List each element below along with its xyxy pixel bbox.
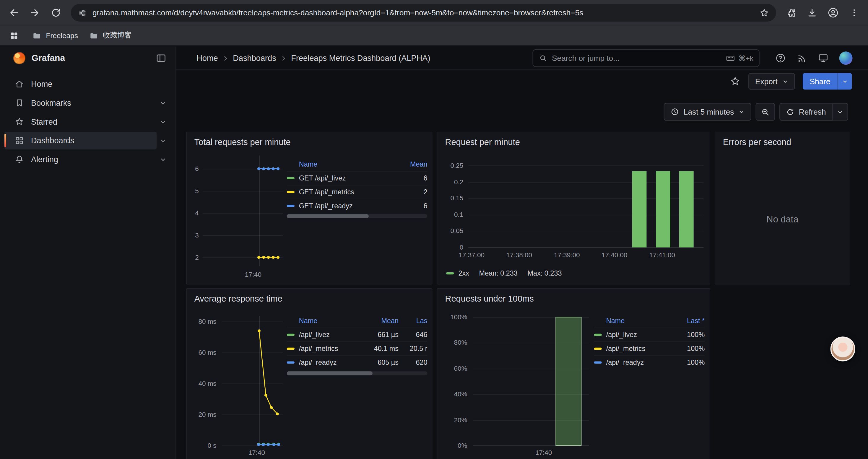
time-range-picker[interactable]: Last 5 minutes bbox=[663, 103, 751, 121]
sidebar-item-starred[interactable]: Starred bbox=[0, 112, 176, 131]
search-bar[interactable]: ⌘+k bbox=[533, 49, 760, 67]
favorite-dashboard-button[interactable] bbox=[730, 76, 741, 87]
legend-scrollbar[interactable] bbox=[287, 214, 428, 218]
chevron-down-icon[interactable] bbox=[159, 156, 167, 163]
legend-sort-mean[interactable]: Mean bbox=[363, 317, 399, 325]
legend-row: /api/_livez 100% bbox=[594, 328, 705, 341]
series-toggle[interactable]: /api/_readyz bbox=[594, 359, 672, 366]
chevron-down-icon[interactable] bbox=[159, 137, 167, 144]
y-tick: 5 bbox=[195, 187, 199, 195]
series-toggle[interactable]: 2xx bbox=[458, 270, 469, 277]
series-toggle[interactable]: /api/_readyz bbox=[287, 359, 363, 366]
series-toggle[interactable]: /api/_livez bbox=[287, 331, 363, 338]
bookmark-folder-freeleaps[interactable]: Freeleaps bbox=[27, 28, 84, 43]
legend-sort-mean[interactable]: Mean bbox=[394, 160, 427, 168]
y-tick: 0.2 bbox=[454, 178, 463, 186]
legend-sort-name[interactable]: Name bbox=[287, 160, 395, 168]
panel-title[interactable]: Requests under 100ms bbox=[437, 289, 710, 304]
refresh-interval-button[interactable] bbox=[833, 103, 848, 121]
clock-icon bbox=[670, 107, 679, 117]
sidebar-item-label: Bookmarks bbox=[31, 99, 71, 107]
series-mean: 40.1 ms bbox=[363, 345, 399, 352]
series-last: 20.5 r bbox=[399, 345, 427, 352]
x-tick: 17:37:00 bbox=[459, 251, 485, 259]
y-tick: 20% bbox=[454, 416, 467, 424]
series-toggle[interactable]: /api/_livez bbox=[594, 331, 672, 338]
time-controls: Last 5 minutes Refresh bbox=[663, 103, 848, 121]
share-split-button: Share bbox=[802, 73, 852, 90]
panel-title[interactable]: Total requests per minute bbox=[186, 132, 432, 147]
tv-mode-button[interactable] bbox=[817, 53, 829, 64]
forward-button[interactable] bbox=[25, 3, 44, 22]
back-button[interactable] bbox=[4, 3, 23, 22]
chevron-down-icon[interactable] bbox=[159, 99, 167, 106]
y-tick: 0.1 bbox=[454, 210, 463, 218]
help-button[interactable] bbox=[775, 53, 786, 64]
star-icon bbox=[14, 117, 25, 127]
series-toggle[interactable]: GET /api/_metrics bbox=[287, 188, 395, 196]
panel-title[interactable]: Request per minute bbox=[437, 132, 710, 147]
assistant-avatar-button[interactable] bbox=[831, 336, 855, 361]
profile-icon bbox=[827, 6, 839, 19]
bar-chart bbox=[473, 314, 589, 446]
share-button[interactable]: Share bbox=[802, 73, 838, 90]
url-text[interactable]: grafana.mathmast.com/d/deytv4rwavabkb/fr… bbox=[92, 8, 753, 17]
scrollbar-thumb[interactable] bbox=[287, 214, 369, 218]
downloads-button[interactable] bbox=[803, 3, 822, 22]
series-color-icon bbox=[594, 334, 602, 336]
x-axis: 17:37:00 17:38:00 17:39:00 17:40:00 17:4… bbox=[468, 251, 704, 260]
sidebar-item-alerting[interactable]: Alerting bbox=[0, 150, 176, 169]
refresh-button[interactable]: Refresh bbox=[779, 103, 833, 121]
breadcrumb-home[interactable]: Home bbox=[196, 54, 218, 63]
y-tick: 20 ms bbox=[198, 411, 216, 418]
series-toggle[interactable]: GET /api/_livez bbox=[287, 174, 395, 182]
series-toggle[interactable]: GET /api/_readyz bbox=[287, 202, 395, 210]
sidebar-item-home[interactable]: Home bbox=[0, 75, 176, 94]
chevron-down-icon[interactable] bbox=[159, 118, 167, 125]
sidebar-item-bookmarks[interactable]: Bookmarks bbox=[0, 94, 176, 112]
grafana-header: Home Dashboards Freeleaps Metrics Dashbo… bbox=[176, 46, 868, 70]
apps-shortcut-button[interactable] bbox=[6, 27, 22, 44]
series-toggle[interactable]: /api/_metrics bbox=[287, 345, 363, 352]
reload-button[interactable] bbox=[46, 3, 65, 22]
user-avatar[interactable] bbox=[839, 52, 852, 65]
profile-button[interactable] bbox=[824, 3, 843, 22]
legend-row: /api/_readyz 100% bbox=[594, 355, 705, 369]
legend-sort-last[interactable]: Las bbox=[399, 317, 427, 325]
panel-title[interactable]: Errors per second bbox=[715, 132, 850, 147]
series-toggle[interactable]: /api/_metrics bbox=[594, 345, 672, 352]
sidebar-item-label: Alerting bbox=[31, 155, 58, 164]
y-tick: 0% bbox=[458, 441, 467, 449]
panel-title[interactable]: Average response time bbox=[186, 289, 432, 304]
news-button[interactable] bbox=[797, 53, 807, 64]
zoom-out-button[interactable] bbox=[756, 103, 775, 121]
address-bar[interactable]: grafana.mathmast.com/d/deytv4rwavabkb/fr… bbox=[71, 4, 776, 22]
legend-scrollbar[interactable] bbox=[287, 371, 428, 375]
browser-menu-button[interactable] bbox=[845, 3, 864, 22]
bar-chart bbox=[468, 160, 704, 248]
series-color-icon bbox=[287, 348, 294, 350]
site-settings-icon[interactable] bbox=[78, 8, 87, 18]
x-tick: 17:40 bbox=[245, 270, 261, 278]
bookmark-icon bbox=[14, 98, 25, 108]
legend-sort-name[interactable]: Name bbox=[594, 317, 672, 325]
legend-sort-last[interactable]: Last * bbox=[672, 317, 705, 325]
scrollbar-thumb[interactable] bbox=[287, 371, 373, 375]
bookmark-star-icon[interactable] bbox=[759, 7, 770, 18]
sidebar-toggle-button[interactable] bbox=[156, 53, 167, 64]
grafana-logo[interactable] bbox=[13, 52, 25, 64]
share-menu-button[interactable] bbox=[838, 73, 852, 90]
legend-sort-name[interactable]: Name bbox=[287, 317, 363, 325]
export-button[interactable]: Export bbox=[749, 73, 795, 90]
search-input[interactable] bbox=[552, 54, 725, 63]
bookmark-folder-blogs[interactable]: 收藏博客 bbox=[84, 28, 137, 43]
caret-down-icon bbox=[738, 109, 745, 115]
panel-average-response-time: Average response time 80 ms 60 ms 40 ms … bbox=[186, 288, 433, 459]
refresh-split-button: Refresh bbox=[779, 103, 848, 121]
sidebar-item-dashboards[interactable]: Dashboards bbox=[0, 131, 176, 150]
extensions-button[interactable] bbox=[782, 3, 801, 22]
breadcrumb-dashboards[interactable]: Dashboards bbox=[233, 54, 276, 63]
nav-buttons bbox=[4, 3, 65, 22]
series-name: /api/_metrics bbox=[606, 345, 646, 352]
no-data-message: No data bbox=[766, 214, 798, 225]
